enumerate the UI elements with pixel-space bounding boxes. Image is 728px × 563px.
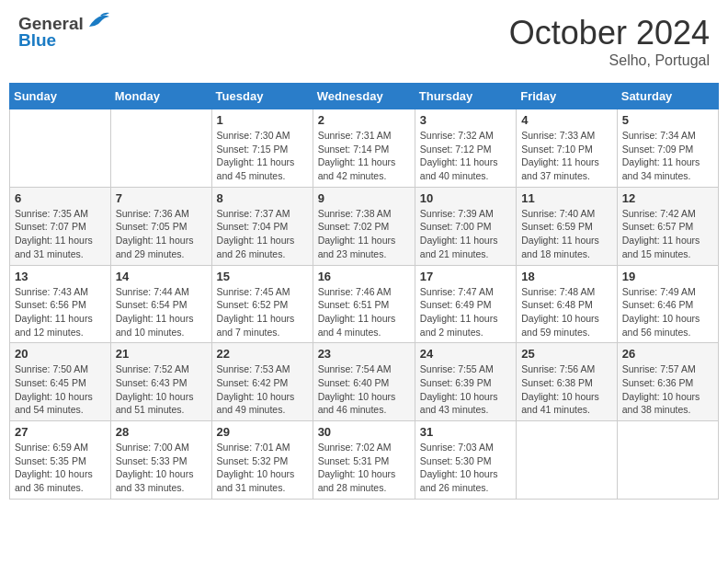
calendar-week-row: 20Sunrise: 7:50 AMSunset: 6:45 PMDayligh… xyxy=(10,343,719,421)
day-number: 21 xyxy=(116,347,207,361)
calendar-day-cell: 9Sunrise: 7:38 AMSunset: 7:02 PMDaylight… xyxy=(313,187,415,265)
day-info: Sunrise: 7:31 AMSunset: 7:14 PMDaylight:… xyxy=(318,129,410,183)
day-info: Sunrise: 7:54 AMSunset: 6:40 PMDaylight:… xyxy=(318,362,410,417)
day-number: 3 xyxy=(420,113,511,127)
title-area: October 2024 Selho, Portugal xyxy=(509,14,710,69)
weekday-header-cell: Monday xyxy=(110,84,211,109)
weekday-header-cell: Thursday xyxy=(415,84,516,109)
day-info: Sunrise: 7:39 AMSunset: 7:00 PMDaylight:… xyxy=(420,207,511,261)
calendar-day-cell: 5Sunrise: 7:34 AMSunset: 7:09 PMDaylight… xyxy=(617,109,718,188)
calendar-day-cell: 10Sunrise: 7:39 AMSunset: 7:00 PMDayligh… xyxy=(415,187,516,265)
day-info: Sunrise: 7:49 AMSunset: 6:46 PMDaylight:… xyxy=(622,285,713,339)
calendar-day-cell: 6Sunrise: 7:35 AMSunset: 7:07 PMDaylight… xyxy=(10,187,111,265)
day-info: Sunrise: 7:34 AMSunset: 7:09 PMDaylight:… xyxy=(622,129,713,183)
day-info: Sunrise: 7:50 AMSunset: 6:45 PMDaylight:… xyxy=(15,362,106,417)
day-number: 22 xyxy=(217,347,308,361)
day-number: 16 xyxy=(318,270,410,283)
day-info: Sunrise: 7:44 AMSunset: 6:54 PMDaylight:… xyxy=(116,285,207,339)
day-number: 24 xyxy=(420,347,511,361)
weekday-header-cell: Wednesday xyxy=(313,84,415,109)
page-header: General Blue October 2024 Selho, Portuga… xyxy=(9,9,719,74)
day-number: 30 xyxy=(318,425,410,439)
calendar-week-row: 6Sunrise: 7:35 AMSunset: 7:07 PMDaylight… xyxy=(10,187,719,265)
calendar-day-cell: 7Sunrise: 7:36 AMSunset: 7:05 PMDaylight… xyxy=(110,187,211,265)
day-info: Sunrise: 7:03 AMSunset: 5:30 PMDaylight:… xyxy=(420,441,511,495)
day-number: 13 xyxy=(15,270,106,283)
calendar-day-cell: 24Sunrise: 7:55 AMSunset: 6:39 PMDayligh… xyxy=(415,343,516,421)
calendar-day-cell: 17Sunrise: 7:47 AMSunset: 6:49 PMDayligh… xyxy=(415,265,516,343)
day-number: 5 xyxy=(622,113,713,127)
logo-blue-text: Blue xyxy=(18,30,56,51)
calendar-day-cell xyxy=(617,421,718,500)
day-info: Sunrise: 7:32 AMSunset: 7:12 PMDaylight:… xyxy=(420,129,511,183)
day-info: Sunrise: 7:43 AMSunset: 6:56 PMDaylight:… xyxy=(15,285,106,339)
day-number: 31 xyxy=(420,425,511,439)
day-number: 23 xyxy=(318,347,410,361)
calendar-day-cell: 8Sunrise: 7:37 AMSunset: 7:04 PMDaylight… xyxy=(211,187,313,265)
calendar-day-cell: 13Sunrise: 7:43 AMSunset: 6:56 PMDayligh… xyxy=(10,265,111,343)
calendar-day-cell: 1Sunrise: 7:30 AMSunset: 7:15 PMDaylight… xyxy=(211,109,313,188)
location-text: Selho, Portugal xyxy=(509,52,710,69)
day-info: Sunrise: 7:46 AMSunset: 6:51 PMDaylight:… xyxy=(318,285,410,339)
calendar-day-cell xyxy=(517,421,618,500)
day-info: Sunrise: 7:37 AMSunset: 7:04 PMDaylight:… xyxy=(217,207,308,261)
calendar-day-cell: 27Sunrise: 6:59 AMSunset: 5:35 PMDayligh… xyxy=(10,421,111,500)
calendar-day-cell: 21Sunrise: 7:52 AMSunset: 6:43 PMDayligh… xyxy=(110,343,211,421)
day-info: Sunrise: 7:48 AMSunset: 6:48 PMDaylight:… xyxy=(521,285,612,339)
calendar-day-cell: 28Sunrise: 7:00 AMSunset: 5:33 PMDayligh… xyxy=(110,421,211,500)
calendar-day-cell: 25Sunrise: 7:56 AMSunset: 6:38 PMDayligh… xyxy=(517,343,618,421)
calendar-week-row: 27Sunrise: 6:59 AMSunset: 5:35 PMDayligh… xyxy=(10,421,719,500)
calendar-day-cell: 16Sunrise: 7:46 AMSunset: 6:51 PMDayligh… xyxy=(313,265,415,343)
day-number: 29 xyxy=(217,425,308,439)
calendar-day-cell: 11Sunrise: 7:40 AMSunset: 6:59 PMDayligh… xyxy=(517,187,618,265)
day-info: Sunrise: 7:56 AMSunset: 6:38 PMDaylight:… xyxy=(521,362,612,417)
day-number: 20 xyxy=(15,347,106,361)
logo-bird-icon xyxy=(85,10,111,30)
day-info: Sunrise: 7:42 AMSunset: 6:57 PMDaylight:… xyxy=(622,207,713,261)
calendar-day-cell: 30Sunrise: 7:02 AMSunset: 5:31 PMDayligh… xyxy=(313,421,415,500)
day-number: 14 xyxy=(116,270,207,283)
day-number: 17 xyxy=(420,270,511,283)
calendar-table: SundayMondayTuesdayWednesdayThursdayFrid… xyxy=(9,83,719,500)
calendar-day-cell: 23Sunrise: 7:54 AMSunset: 6:40 PMDayligh… xyxy=(313,343,415,421)
calendar-day-cell: 19Sunrise: 7:49 AMSunset: 6:46 PMDayligh… xyxy=(617,265,718,343)
day-info: Sunrise: 7:57 AMSunset: 6:36 PMDaylight:… xyxy=(622,362,713,417)
day-number: 8 xyxy=(217,191,308,205)
day-number: 7 xyxy=(116,191,207,205)
day-info: Sunrise: 7:40 AMSunset: 6:59 PMDaylight:… xyxy=(521,207,612,261)
day-number: 19 xyxy=(622,270,713,283)
calendar-day-cell xyxy=(10,109,111,188)
calendar-day-cell: 31Sunrise: 7:03 AMSunset: 5:30 PMDayligh… xyxy=(415,421,516,500)
day-number: 2 xyxy=(318,113,410,127)
weekday-header-cell: Tuesday xyxy=(211,84,313,109)
day-info: Sunrise: 7:35 AMSunset: 7:07 PMDaylight:… xyxy=(15,207,106,261)
day-info: Sunrise: 7:02 AMSunset: 5:31 PMDaylight:… xyxy=(318,441,410,495)
calendar-week-row: 13Sunrise: 7:43 AMSunset: 6:56 PMDayligh… xyxy=(10,265,719,343)
day-number: 27 xyxy=(15,425,106,439)
calendar-day-cell: 2Sunrise: 7:31 AMSunset: 7:14 PMDaylight… xyxy=(313,109,415,188)
day-info: Sunrise: 7:53 AMSunset: 6:42 PMDaylight:… xyxy=(217,362,308,417)
calendar-day-cell: 26Sunrise: 7:57 AMSunset: 6:36 PMDayligh… xyxy=(617,343,718,421)
day-number: 1 xyxy=(217,113,308,127)
day-number: 12 xyxy=(622,191,713,205)
calendar-day-cell: 4Sunrise: 7:33 AMSunset: 7:10 PMDaylight… xyxy=(517,109,618,188)
day-number: 4 xyxy=(521,113,612,127)
day-info: Sunrise: 7:33 AMSunset: 7:10 PMDaylight:… xyxy=(521,129,612,183)
day-number: 25 xyxy=(521,347,612,361)
day-info: Sunrise: 7:45 AMSunset: 6:52 PMDaylight:… xyxy=(217,285,308,339)
calendar-day-cell: 3Sunrise: 7:32 AMSunset: 7:12 PMDaylight… xyxy=(415,109,516,188)
weekday-header-cell: Sunday xyxy=(10,84,111,109)
calendar-day-cell: 29Sunrise: 7:01 AMSunset: 5:32 PMDayligh… xyxy=(211,421,313,500)
weekday-header-cell: Saturday xyxy=(617,84,718,109)
day-info: Sunrise: 7:30 AMSunset: 7:15 PMDaylight:… xyxy=(217,129,308,183)
day-info: Sunrise: 6:59 AMSunset: 5:35 PMDaylight:… xyxy=(15,441,106,495)
day-number: 9 xyxy=(318,191,410,205)
calendar-day-cell xyxy=(110,109,211,188)
day-number: 6 xyxy=(15,191,106,205)
calendar-body: 1Sunrise: 7:30 AMSunset: 7:15 PMDaylight… xyxy=(10,109,719,500)
weekday-header-cell: Friday xyxy=(517,84,618,109)
day-info: Sunrise: 7:00 AMSunset: 5:33 PMDaylight:… xyxy=(116,441,207,495)
calendar-week-row: 1Sunrise: 7:30 AMSunset: 7:15 PMDaylight… xyxy=(10,109,719,188)
day-number: 28 xyxy=(116,425,207,439)
day-number: 10 xyxy=(420,191,511,205)
